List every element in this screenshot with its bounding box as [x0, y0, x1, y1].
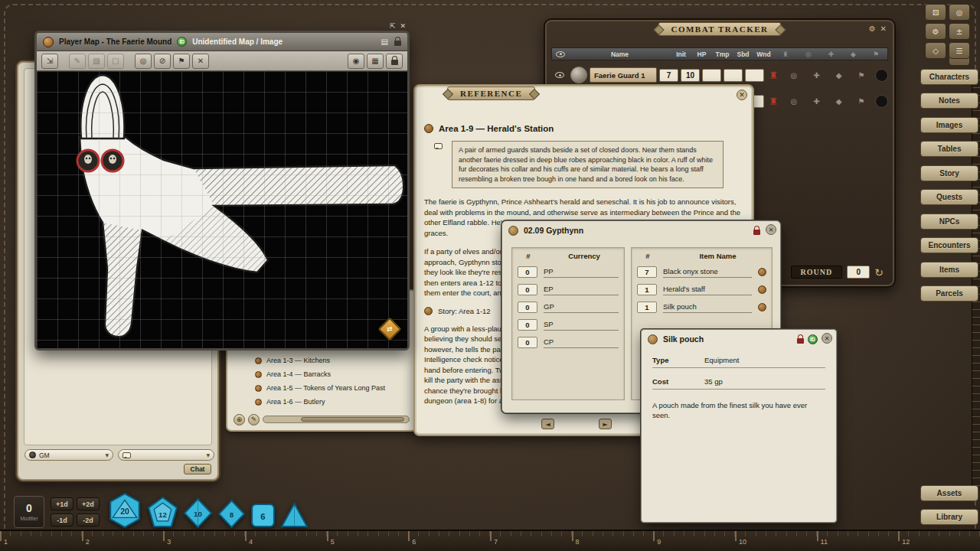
brush-tool[interactable]: ✎: [69, 54, 86, 69]
prev-page-button[interactable]: ◄: [541, 419, 554, 429]
parcel-title-bar[interactable]: 02.09 Gypthynn: [502, 221, 780, 240]
list-item[interactable]: Area 1-3 — Kitchens: [238, 354, 408, 367]
faction-tower-icon[interactable]: ♜: [766, 70, 780, 81]
horizontal-scrollbar[interactable]: [263, 416, 410, 423]
target-tool[interactable]: ◎: [135, 54, 152, 69]
currency-qty[interactable]: 0: [518, 284, 537, 295]
dice-icon[interactable]: ⚄: [925, 4, 946, 21]
plus-2d-button[interactable]: +2d: [77, 497, 100, 510]
sidebar-item-parcels[interactable]: Parcels: [920, 285, 978, 302]
currency-name[interactable]: CP: [544, 337, 619, 348]
faction-tower-icon[interactable]: ♜: [766, 96, 780, 107]
chat-button[interactable]: Chat: [184, 464, 211, 474]
init-field[interactable]: 7: [659, 69, 678, 82]
sidebar-item-story[interactable]: Story: [920, 165, 978, 181]
delete-tool[interactable]: ✕: [192, 54, 209, 69]
defense-icon[interactable]: ◆: [836, 97, 842, 106]
combatant-portrait[interactable]: [570, 67, 587, 83]
speaker-dropdown[interactable]: GM ▼: [24, 449, 113, 461]
token-slot[interactable]: [875, 95, 888, 108]
hp-field[interactable]: 10: [681, 69, 700, 82]
parcel-record-icon[interactable]: [508, 226, 518, 236]
grid-tool[interactable]: ▦: [367, 54, 384, 69]
item-title-bar[interactable]: Silk pouch ID: [642, 330, 836, 348]
sidebar-item-characters[interactable]: Characters: [920, 69, 978, 85]
d8-die[interactable]: 8: [217, 500, 246, 528]
flag-icon[interactable]: ⚑: [858, 71, 864, 80]
sidebar-item-tables[interactable]: Tables: [920, 141, 978, 157]
scrollbar-thumb[interactable]: [301, 417, 404, 422]
item-qty[interactable]: 1: [637, 302, 657, 313]
shrink-icon[interactable]: ⇱: [390, 22, 396, 30]
currency-name[interactable]: EP: [544, 285, 619, 295]
item-qty[interactable]: 7: [637, 266, 657, 278]
sidebar-item-notes[interactable]: Notes: [920, 93, 978, 109]
minus-2d-button[interactable]: -2d: [77, 514, 100, 527]
close-icon[interactable]: ✕: [766, 224, 776, 235]
map-canvas[interactable]: ⇄: [37, 71, 407, 348]
currency-qty[interactable]: 0: [518, 319, 537, 331]
settings-icon[interactable]: ⚙: [869, 24, 876, 33]
d20-die[interactable]: 20: [107, 493, 142, 528]
hexagon-icon[interactable]: ◇: [925, 42, 946, 59]
emote-dropdown[interactable]: ▼: [118, 449, 214, 461]
lock-icon[interactable]: [753, 230, 760, 235]
currency-qty[interactable]: 0: [518, 302, 537, 313]
currency-name[interactable]: GP: [544, 302, 619, 313]
attack-icon[interactable]: ✚: [813, 71, 819, 80]
sidebar-item-items[interactable]: Items: [920, 262, 978, 278]
sidebar-item-npcs[interactable]: NPCs: [920, 214, 978, 230]
lock-tool[interactable]: [386, 54, 403, 69]
item-link-icon[interactable]: [758, 285, 766, 294]
item-description[interactable]: A pouch made from the finest silk you ha…: [652, 400, 825, 421]
d12-die[interactable]: 12: [147, 497, 178, 528]
lock-icon[interactable]: [797, 338, 804, 344]
visibility-icon[interactable]: [556, 51, 565, 57]
map-record-icon[interactable]: [43, 37, 54, 47]
sidebar-item-assets[interactable]: Assets: [920, 485, 978, 501]
target-icon[interactable]: ◎: [791, 71, 798, 80]
reset-round-icon[interactable]: ↻: [874, 266, 884, 279]
eraser-tool[interactable]: ▨: [88, 54, 105, 69]
attack-icon[interactable]: ✚: [813, 97, 819, 106]
pin-tool[interactable]: ◉: [348, 54, 364, 69]
modifier-box[interactable]: 0 Modifier: [14, 496, 44, 528]
item-link-icon[interactable]: [758, 268, 766, 276]
share-icon[interactable]: ▤: [381, 37, 388, 46]
plus-minus-icon[interactable]: ±: [949, 23, 970, 40]
list-item[interactable]: Area 1-5 — Tokens of Years Long Past: [238, 381, 408, 395]
close-icon[interactable]: ✕: [822, 333, 832, 344]
flag-tool[interactable]: ⚑: [173, 54, 190, 69]
sidebar-item-quests[interactable]: Quests: [920, 189, 978, 205]
d10-die[interactable]: 10: [183, 498, 213, 528]
faerie-guard-token[interactable]: [102, 150, 123, 171]
menu-icon[interactable]: ☰: [949, 42, 970, 59]
sidebar-item-images[interactable]: Images: [920, 117, 978, 133]
d4-die[interactable]: [280, 502, 309, 528]
combatant-name[interactable]: Faerie Guard 1: [590, 67, 657, 83]
fullscreen-button[interactable]: ⇲: [41, 54, 58, 69]
sidebar-item-encounters[interactable]: Encounters: [920, 237, 978, 253]
item-name[interactable]: Black onyx stone: [663, 267, 752, 278]
flag-icon[interactable]: ⚑: [858, 97, 864, 106]
tokens-icon[interactable]: ◎: [949, 4, 970, 21]
edit-icon[interactable]: ✎: [248, 414, 260, 425]
gear-icon[interactable]: ⚙: [925, 23, 946, 40]
currency-name[interactable]: SP: [544, 320, 619, 331]
currency-qty[interactable]: 0: [518, 337, 537, 348]
hide-tool[interactable]: ⊘: [154, 54, 171, 69]
close-icon[interactable]: ✕: [737, 90, 747, 100]
token-slot[interactable]: [875, 69, 888, 82]
item-name[interactable]: Silk pouch: [663, 302, 752, 313]
select-tool[interactable]: □: [107, 54, 124, 69]
currency-name[interactable]: PP: [544, 267, 619, 278]
currency-qty[interactable]: 0: [518, 266, 537, 278]
d6-die[interactable]: 6: [250, 503, 276, 528]
defense-icon[interactable]: ◆: [836, 71, 842, 80]
list-item[interactable]: Area 1-4 — Barracks: [238, 367, 408, 381]
sidebar-item-library[interactable]: Library: [920, 509, 978, 525]
plus-1d-button[interactable]: +1d: [51, 497, 74, 510]
item-link-icon[interactable]: [758, 303, 766, 311]
minus-1d-button[interactable]: -1d: [51, 514, 74, 527]
item-qty[interactable]: 1: [637, 284, 657, 295]
